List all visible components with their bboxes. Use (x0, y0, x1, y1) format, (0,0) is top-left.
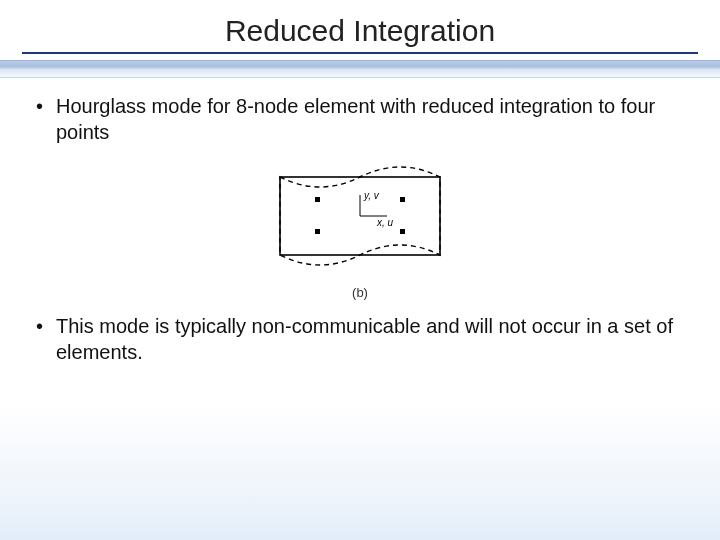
figure-caption: (b) (34, 285, 686, 300)
svg-rect-3 (315, 229, 320, 234)
hourglass-figure: y, v x, u (b) (34, 159, 686, 300)
svg-rect-4 (400, 229, 405, 234)
page-title: Reduced Integration (225, 14, 495, 48)
bullet-list-2: This mode is typically non-communicable … (34, 314, 686, 365)
bullet-2: This mode is typically non-communicable … (34, 314, 686, 365)
hourglass-diagram-icon: y, v x, u (245, 159, 475, 279)
axis-x-label: x, u (376, 217, 394, 228)
bullet-1: Hourglass mode for 8-node element with r… (34, 94, 686, 145)
title-underline (22, 52, 699, 54)
svg-rect-1 (315, 197, 320, 202)
svg-rect-2 (400, 197, 405, 202)
decorative-band (0, 60, 720, 78)
axis-y-label: y, v (363, 190, 380, 201)
content-area: Hourglass mode for 8-node element with r… (0, 78, 720, 365)
bullet-list: Hourglass mode for 8-node element with r… (34, 94, 686, 145)
title-area: Reduced Integration (0, 0, 720, 54)
slide: Reduced Integration Hourglass mode for 8… (0, 0, 720, 540)
